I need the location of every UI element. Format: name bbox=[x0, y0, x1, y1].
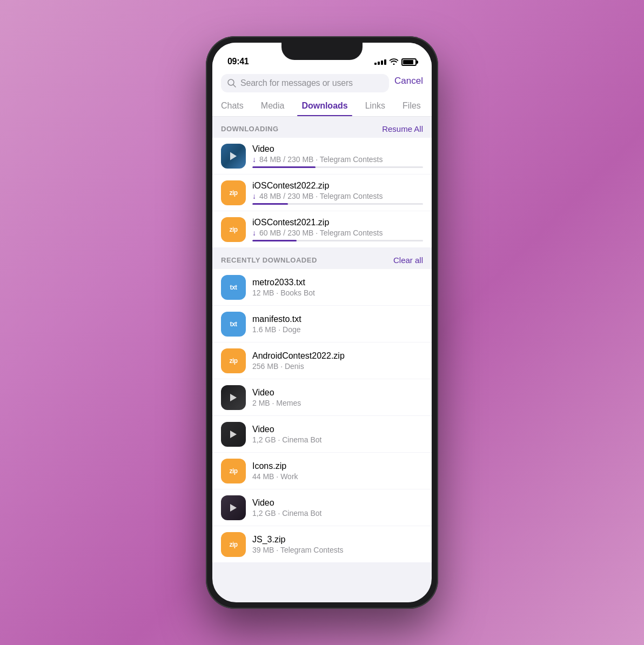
item-subtitle: 12 MB · Books Bot bbox=[252, 288, 423, 297]
file-icon: zip bbox=[221, 217, 246, 242]
search-bar-container: Search for messages or users Cancel bbox=[212, 70, 432, 92]
item-title: Icons.zip bbox=[252, 461, 423, 471]
tab-links[interactable]: Links bbox=[357, 97, 394, 116]
list-item[interactable]: Video 2 MB · Memes bbox=[212, 379, 432, 416]
notch bbox=[281, 43, 363, 60]
tab-downloads[interactable]: Downloads bbox=[293, 97, 356, 116]
item-title: metro2033.txt bbox=[252, 278, 423, 287]
battery-icon bbox=[401, 58, 417, 66]
tab-music[interactable]: Music bbox=[430, 97, 432, 116]
recently-downloaded-section-header: RECENTLY DOWNLOADED Clear all bbox=[212, 248, 432, 269]
tab-files[interactable]: Files bbox=[394, 97, 430, 116]
item-title: iOSContest2021.zip bbox=[252, 218, 423, 227]
item-title: AndroidContest2022.zip bbox=[252, 351, 423, 361]
recently-downloaded-label: RECENTLY DOWNLOADED bbox=[221, 256, 317, 264]
content-area: DOWNLOADING Resume All Video ↓ 84 M bbox=[212, 117, 432, 595]
tab-chats[interactable]: Chats bbox=[212, 97, 252, 116]
resume-all-button[interactable]: Resume All bbox=[382, 124, 423, 133]
progress-bar bbox=[252, 203, 423, 205]
file-icon bbox=[221, 495, 246, 520]
tab-media[interactable]: Media bbox=[252, 97, 293, 116]
item-title: iOSContest2022.zip bbox=[252, 181, 423, 191]
item-title: JS_3.zip bbox=[252, 535, 423, 545]
list-item[interactable]: Video ↓ 84 MB / 230 MB · Telegram Contes… bbox=[212, 138, 432, 174]
item-title: Video bbox=[252, 498, 423, 508]
item-content: metro2033.txt 12 MB · Books Bot bbox=[252, 278, 423, 297]
search-bar-row: Search for messages or users Cancel bbox=[221, 74, 423, 92]
file-icon: zip bbox=[221, 532, 246, 557]
clear-all-button[interactable]: Clear all bbox=[393, 256, 423, 265]
list-item[interactable]: txt metro2033.txt 12 MB · Books Bot bbox=[212, 269, 432, 306]
cancel-button[interactable]: Cancel bbox=[394, 76, 423, 91]
phone-screen: 09:41 bbox=[212, 43, 432, 602]
item-content: Video 1,2 GB · Cinema Bot bbox=[252, 498, 423, 518]
list-item[interactable]: zip JS_3.zip 39 MB · Telegram Contests bbox=[212, 526, 432, 563]
item-content: Icons.zip 44 MB · Work bbox=[252, 461, 423, 481]
search-placeholder: Search for messages or users bbox=[240, 78, 353, 88]
wifi-icon bbox=[390, 58, 398, 66]
list-item[interactable]: Video 1,2 GB · Cinema Bot bbox=[212, 416, 432, 453]
phone-frame: 09:41 bbox=[206, 36, 438, 609]
item-title: Video bbox=[252, 425, 423, 434]
item-subtitle: 1.6 MB · Doge bbox=[252, 325, 423, 334]
file-icon: txt bbox=[221, 312, 246, 337]
item-subtitle: 1,2 GB · Cinema Bot bbox=[252, 509, 423, 518]
downloading-label: DOWNLOADING bbox=[221, 125, 279, 133]
item-subtitle: 256 MB · Denis bbox=[252, 362, 423, 371]
search-icon bbox=[227, 79, 236, 88]
list-item[interactable]: zip iOSContest2021.zip ↓ 60 MB / 230 MB … bbox=[212, 211, 432, 248]
status-time: 09:41 bbox=[227, 57, 249, 66]
signal-icon bbox=[374, 59, 386, 65]
list-item[interactable]: txt manifesto.txt 1.6 MB · Doge bbox=[212, 306, 432, 342]
item-title: Video bbox=[252, 144, 423, 154]
list-item[interactable]: zip iOSContest2022.zip ↓ 48 MB / 230 MB … bbox=[212, 174, 432, 211]
item-content: Video ↓ 84 MB / 230 MB · Telegram Contes… bbox=[252, 144, 423, 168]
item-subtitle: ↓ 60 MB / 230 MB · Telegram Contests bbox=[252, 229, 423, 237]
item-content: iOSContest2022.zip ↓ 48 MB / 230 MB · Te… bbox=[252, 181, 423, 205]
progress-bar bbox=[252, 240, 423, 241]
item-content: manifesto.txt 1.6 MB · Doge bbox=[252, 314, 423, 334]
file-icon: zip bbox=[221, 348, 246, 373]
item-content: Video 2 MB · Memes bbox=[252, 388, 423, 407]
status-icons bbox=[374, 58, 417, 66]
svg-line-1 bbox=[233, 85, 236, 88]
item-title: manifesto.txt bbox=[252, 314, 423, 324]
file-icon bbox=[221, 422, 246, 447]
search-input[interactable]: Search for messages or users bbox=[221, 74, 389, 92]
downloading-section-header: DOWNLOADING Resume All bbox=[212, 117, 432, 138]
item-title: Video bbox=[252, 388, 423, 398]
item-subtitle: 2 MB · Memes bbox=[252, 399, 423, 407]
file-icon: txt bbox=[221, 275, 246, 300]
item-subtitle: 39 MB · Telegram Contests bbox=[252, 546, 423, 554]
file-icon bbox=[221, 144, 246, 169]
item-subtitle: ↓ 48 MB / 230 MB · Telegram Contests bbox=[252, 192, 423, 200]
item-content: iOSContest2021.zip ↓ 60 MB / 230 MB · Te… bbox=[252, 218, 423, 241]
item-content: JS_3.zip 39 MB · Telegram Contests bbox=[252, 535, 423, 554]
list-item[interactable]: Video 1,2 GB · Cinema Bot bbox=[212, 489, 432, 526]
list-item[interactable]: zip AndroidContest2022.zip 256 MB · Deni… bbox=[212, 342, 432, 379]
item-subtitle: 44 MB · Work bbox=[252, 472, 423, 481]
item-subtitle: ↓ 84 MB / 230 MB · Telegram Contests bbox=[252, 155, 423, 164]
item-content: AndroidContest2022.zip 256 MB · Denis bbox=[252, 351, 423, 371]
list-item[interactable]: zip Icons.zip 44 MB · Work bbox=[212, 453, 432, 489]
file-icon bbox=[221, 385, 246, 410]
file-icon: zip bbox=[221, 180, 246, 205]
item-content: Video 1,2 GB · Cinema Bot bbox=[252, 425, 423, 444]
item-subtitle: 1,2 GB · Cinema Bot bbox=[252, 435, 423, 444]
tabs-row: Chats Media Downloads Links Files Music bbox=[212, 92, 432, 117]
progress-bar bbox=[252, 166, 423, 168]
file-icon: zip bbox=[221, 459, 246, 483]
